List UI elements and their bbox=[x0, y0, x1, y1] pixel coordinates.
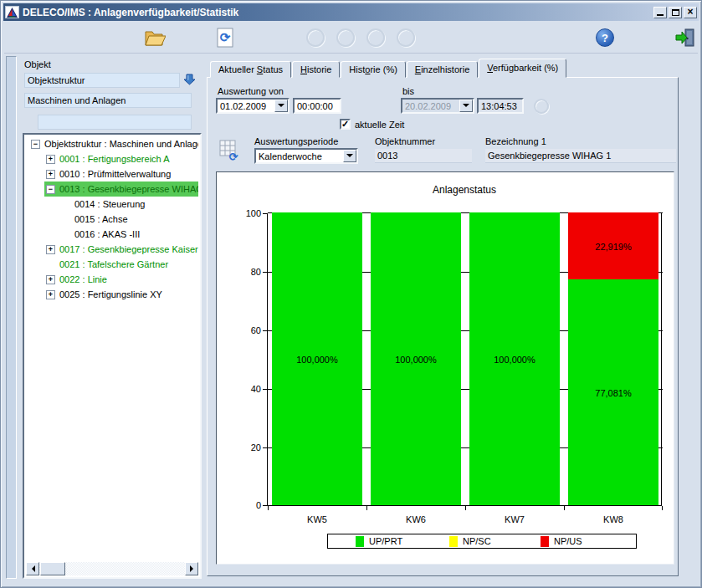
y-axis-label: 0 bbox=[229, 500, 261, 510]
bar-value-label: 22,919% bbox=[595, 242, 631, 252]
object-label: Objekt bbox=[24, 59, 51, 69]
refresh-document-icon: ⟳ bbox=[216, 28, 234, 48]
help-button[interactable]: ? bbox=[593, 26, 617, 49]
expand-plus-icon[interactable]: + bbox=[46, 155, 55, 164]
x-axis-label: KW5 bbox=[268, 514, 366, 524]
tree-item[interactable]: +0017 : Gesenkbiegepresse Kaiser bbox=[26, 242, 198, 257]
tab-label-post: istorie bbox=[307, 64, 331, 74]
help-icon: ? bbox=[596, 28, 614, 47]
legend-swatch-icon bbox=[541, 536, 549, 547]
x-axis-tick bbox=[465, 506, 466, 510]
bar-value-label: 100,000% bbox=[296, 355, 338, 365]
tab-label-pre: Aktueller bbox=[218, 64, 257, 74]
y-axis-tick bbox=[263, 213, 268, 214]
tree-item-label: 0001 : Fertigungsbereich A bbox=[59, 151, 169, 166]
close-button[interactable]: × bbox=[684, 7, 697, 18]
from-date-dropdown-icon[interactable] bbox=[274, 100, 288, 112]
expand-plus-icon[interactable]: + bbox=[46, 245, 55, 254]
from-date-combo[interactable]: 01.02.2009 bbox=[216, 98, 290, 114]
refresh-report-button[interactable]: ⟳ bbox=[213, 26, 237, 49]
tree-item[interactable]: 0021 : Tafelschere Gärtner bbox=[26, 257, 198, 272]
scroll-left-button[interactable] bbox=[26, 562, 39, 575]
tab-aktueller-status[interactable]: Aktueller Status bbox=[210, 61, 291, 78]
tab-label-pre: Hist bbox=[349, 64, 365, 74]
tree-item[interactable]: −0013 : Gesenkbiegepresse WIHAG 1 bbox=[26, 182, 198, 197]
y-axis-label: 60 bbox=[229, 325, 261, 335]
collapse-minus-icon[interactable]: − bbox=[46, 185, 55, 194]
x-axis-tick bbox=[366, 506, 367, 510]
tree-item-label: Objektstruktur : Maschinen und Anlagen bbox=[44, 136, 198, 151]
open-folder-button[interactable] bbox=[143, 26, 167, 49]
period-grid-refresh-icon[interactable]: ⟳ bbox=[219, 140, 241, 163]
y-axis-label: 20 bbox=[229, 442, 261, 453]
collapse-minus-icon[interactable]: − bbox=[31, 140, 40, 149]
period-value: Kalenderwoche bbox=[256, 151, 343, 161]
current-time-checkbox[interactable]: ✓ bbox=[340, 119, 351, 130]
tree-horizontal-scrollbar[interactable] bbox=[26, 562, 198, 575]
exit-button[interactable] bbox=[674, 26, 697, 49]
expand-plus-icon[interactable]: + bbox=[46, 275, 55, 284]
tree-item[interactable]: +0022 : Linie bbox=[26, 272, 198, 287]
to-date-value: 20.02.2009 bbox=[402, 101, 459, 111]
to-date-dropdown-icon[interactable] bbox=[459, 100, 473, 112]
to-label: bis bbox=[402, 86, 414, 96]
maximize-button[interactable] bbox=[669, 7, 682, 18]
scroll-right-button[interactable] bbox=[185, 562, 198, 575]
tree-item[interactable]: 0014 : Steuerung bbox=[26, 197, 198, 212]
tree-item[interactable]: +0025 : Fertigungslinie XY bbox=[26, 287, 198, 302]
to-date-combo: 20.02.2009 bbox=[401, 98, 474, 114]
legend-label: NP/US bbox=[554, 536, 582, 546]
tree-item-label: 0022 : Linie bbox=[59, 272, 107, 287]
tree-item[interactable]: +0001 : Fertigungsbereich A bbox=[26, 151, 198, 166]
expand-plus-icon[interactable]: + bbox=[46, 290, 55, 299]
disabled-circle-button bbox=[534, 99, 549, 114]
toolbar-disabled-button-2 bbox=[334, 26, 357, 49]
y-axis-label: 80 bbox=[229, 267, 261, 277]
period-combo[interactable]: Kalenderwoche bbox=[254, 148, 358, 164]
tree-item-label: 0015 : Achse bbox=[74, 212, 128, 227]
object-structure-field[interactable]: Objektstruktur bbox=[24, 73, 180, 88]
legend-item-up-prt: UP/PRT bbox=[356, 535, 402, 547]
tree-item-label: 0013 : Gesenkbiegepresse WIHAG 1 bbox=[59, 182, 198, 197]
tab-label-post: erfügbarkeit (%) bbox=[493, 63, 558, 73]
tab-label-post: rie (%) bbox=[370, 64, 397, 74]
x-axis-tick bbox=[268, 506, 269, 510]
y-axis-tick bbox=[263, 272, 268, 273]
y-axis-label: 40 bbox=[229, 384, 261, 394]
x-axis-tick bbox=[564, 506, 565, 510]
expand-plus-icon[interactable]: + bbox=[46, 170, 55, 179]
tree-item-label: 0021 : Tafelschere Gärtner bbox=[59, 257, 168, 272]
blue-arrow-down-icon[interactable] bbox=[183, 73, 197, 86]
scroll-thumb[interactable] bbox=[40, 562, 65, 575]
tree-item[interactable]: +0010 : Prüfmittelverwaltung bbox=[26, 166, 198, 182]
left-panel: Objekt Objektstruktur Maschinen und Anla… bbox=[4, 54, 203, 580]
tree-item[interactable]: −Objektstruktur : Maschinen und Anlagen bbox=[26, 136, 198, 151]
minimize-button[interactable] bbox=[653, 7, 667, 18]
object-category-field[interactable]: Maschinen und Anlagen bbox=[24, 93, 192, 108]
app-logo-icon bbox=[5, 6, 19, 18]
tab-verf-gbarkeit-[interactable]: Verfügbarkeit (%) bbox=[479, 59, 566, 78]
tab-einzelhistorie[interactable]: Einzelhistorie bbox=[407, 61, 478, 78]
tree-item[interactable]: 0016 : AKAS -III bbox=[26, 227, 198, 242]
tab-historie-[interactable]: Historie (%) bbox=[341, 61, 405, 78]
tab-label-post: inzelhistorie bbox=[421, 64, 469, 74]
tab-historie[interactable]: Historie bbox=[292, 61, 340, 78]
designation-label: Bezeichnung 1 bbox=[485, 136, 546, 146]
legend-item-np-sc: NP/SC bbox=[449, 535, 491, 547]
y-axis-tick bbox=[263, 330, 268, 331]
exit-door-icon bbox=[674, 28, 696, 48]
tree-item-label: 0025 : Fertigungslinie XY bbox=[59, 287, 162, 302]
tree-item[interactable]: 0015 : Achse bbox=[26, 212, 198, 227]
window-title: DELECO/IMS : Anlagenverfügbarkeit/Statis… bbox=[23, 7, 238, 18]
folder-icon bbox=[144, 28, 166, 47]
tree-item-label: 0016 : AKAS -III bbox=[74, 227, 140, 242]
period-dropdown-icon[interactable] bbox=[343, 150, 356, 162]
toolbar-disabled-button-4 bbox=[394, 26, 418, 49]
x-axis-label: KW7 bbox=[465, 514, 564, 524]
x-axis-tick bbox=[662, 506, 663, 510]
object-empty-field[interactable] bbox=[38, 115, 192, 130]
tab-strip: Aktueller StatusHistorieHistorie (%)Einz… bbox=[210, 59, 567, 78]
left-scroll-strip[interactable] bbox=[6, 56, 17, 579]
from-time-field[interactable]: 00:00:00 bbox=[293, 98, 341, 114]
to-time-field: 13:04:53 bbox=[477, 98, 524, 114]
